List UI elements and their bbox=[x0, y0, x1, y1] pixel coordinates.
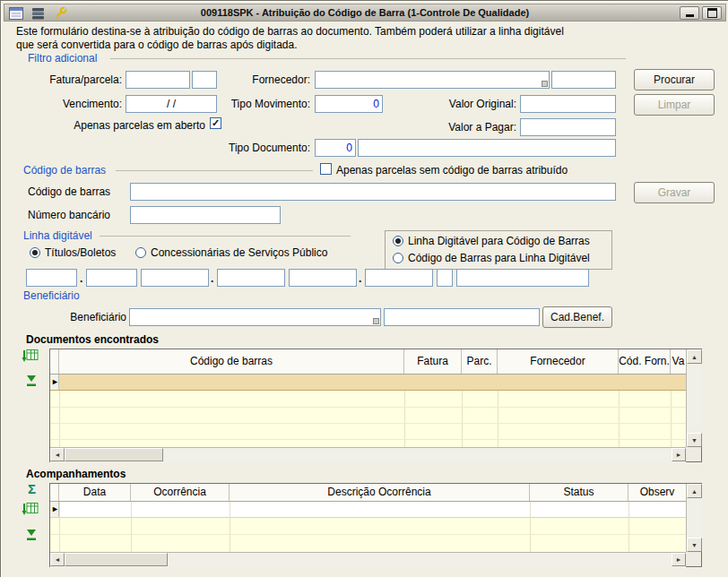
horizontal-scrollbar[interactable]: ◄ ► bbox=[50, 447, 686, 462]
column-header[interactable]: Status bbox=[530, 484, 628, 501]
linha-field-3[interactable] bbox=[141, 269, 209, 287]
linha-field-8[interactable] bbox=[456, 269, 589, 287]
fornecedor-input[interactable] bbox=[315, 71, 550, 89]
sum-icon[interactable]: Σ bbox=[28, 481, 36, 496]
codigo-para-linha-radio[interactable] bbox=[393, 253, 403, 263]
form-description-line1: Este formulário destina-se à atribuição … bbox=[16, 25, 564, 38]
valor-original-label: Valor Original: bbox=[412, 98, 516, 110]
beneficiario-desc-input[interactable] bbox=[384, 308, 540, 326]
codigo-barras-input[interactable] bbox=[130, 183, 616, 201]
grid-line bbox=[59, 502, 60, 552]
grid-arrow-icon[interactable] bbox=[22, 349, 39, 367]
linha-field-6[interactable] bbox=[365, 269, 433, 287]
apenas-abertas-checkbox[interactable]: ✓ bbox=[210, 117, 221, 129]
current-table-row[interactable]: ► bbox=[50, 502, 686, 518]
column-header[interactable]: Va bbox=[671, 349, 686, 374]
beneficiario-input[interactable] bbox=[129, 308, 381, 326]
cad-benef-button[interactable]: Cad.Benef. bbox=[542, 306, 612, 328]
horizontal-scrollbar[interactable]: ◄ ► bbox=[50, 552, 686, 567]
acompanhamentos-table: Data Ocorrência Descrição Ocorrência Sta… bbox=[49, 483, 702, 567]
linha-field-5[interactable] bbox=[289, 269, 357, 287]
row-marker-cell: ► bbox=[50, 375, 59, 390]
goto-last-icon[interactable] bbox=[24, 528, 39, 545]
sem-codigo-checkbox[interactable] bbox=[320, 163, 332, 175]
cascade-icon[interactable] bbox=[31, 7, 45, 22]
vencimento-input[interactable] bbox=[126, 95, 217, 113]
grid-line bbox=[131, 502, 132, 552]
scroll-down-button[interactable]: ▼ bbox=[687, 433, 702, 447]
down-arrow-icon: ▼ bbox=[691, 437, 698, 444]
tipo-documento-label: Tipo Documento: bbox=[205, 142, 310, 154]
section-codigo-barras: Código de barras bbox=[23, 164, 106, 177]
lookup-grip-icon[interactable] bbox=[542, 81, 548, 87]
scroll-right-button[interactable]: ► bbox=[672, 448, 686, 461]
row-marker-header bbox=[50, 484, 59, 501]
linha-field-4[interactable] bbox=[217, 269, 285, 287]
conversao-groupbox: Linha Digitável para Código de Barras Có… bbox=[385, 230, 612, 270]
column-header[interactable]: Fornecedor bbox=[498, 349, 619, 374]
wrench-icon[interactable] bbox=[53, 6, 67, 23]
scroll-down-button[interactable]: ▼ bbox=[687, 538, 702, 552]
lookup-grip-icon[interactable] bbox=[373, 318, 379, 324]
vertical-scrollbar[interactable]: ▲ ▼ bbox=[686, 484, 702, 552]
linha-field-1[interactable] bbox=[26, 269, 77, 287]
linha-para-codigo-radio[interactable] bbox=[393, 236, 403, 246]
goto-last-icon[interactable] bbox=[24, 374, 39, 391]
fatura-input[interactable] bbox=[126, 71, 190, 89]
grid-arrow-icon[interactable] bbox=[22, 502, 39, 521]
linha-field-2[interactable] bbox=[86, 269, 137, 287]
scroll-right-button[interactable]: ► bbox=[672, 553, 686, 566]
row-marker-icon: ► bbox=[51, 504, 59, 513]
sem-codigo-label: Apenas parcelas sem código de barras atr… bbox=[336, 164, 568, 177]
right-arrow-icon: ► bbox=[676, 452, 682, 458]
scroll-left-button[interactable]: ◄ bbox=[50, 553, 65, 566]
grid-line bbox=[50, 439, 686, 440]
codigo-barras-label: Código de barras bbox=[28, 185, 110, 198]
left-arrow-icon: ◄ bbox=[55, 556, 61, 563]
procurar-button[interactable]: Procurar bbox=[634, 69, 715, 90]
up-arrow-icon: ▲ bbox=[691, 488, 698, 495]
scroll-left-button[interactable]: ◄ bbox=[50, 448, 65, 461]
tipo-documento-desc-input[interactable] bbox=[358, 139, 616, 157]
column-header[interactable]: Parc. bbox=[462, 349, 498, 374]
column-header[interactable]: Fatura bbox=[404, 349, 462, 374]
column-header[interactable]: Cód. Forn. bbox=[619, 349, 671, 374]
column-header[interactable]: Código de barras bbox=[59, 349, 404, 374]
linha-field-7[interactable] bbox=[437, 269, 453, 287]
scrollbar-corner bbox=[686, 552, 701, 566]
fornecedor-code-input[interactable] bbox=[551, 71, 616, 89]
maximize-button[interactable] bbox=[702, 6, 722, 20]
section-divider bbox=[110, 58, 626, 59]
scrollbar-thumb[interactable] bbox=[65, 553, 168, 566]
tipo-documento-input[interactable] bbox=[315, 139, 356, 157]
column-header[interactable]: Observ bbox=[628, 484, 686, 501]
minimize-button[interactable] bbox=[680, 6, 699, 20]
concessionarias-radio[interactable] bbox=[135, 247, 146, 258]
vencimento-label: Vencimento: bbox=[17, 98, 122, 110]
column-header[interactable]: Data bbox=[59, 484, 131, 501]
scroll-up-button[interactable]: ▲ bbox=[687, 349, 702, 364]
title-bar[interactable]: 009118SPK - Atribuição do Código de Barr… bbox=[4, 4, 726, 22]
right-arrow-icon: ► bbox=[676, 556, 682, 563]
row-marker-icon: ► bbox=[51, 377, 59, 386]
linha-separator: . bbox=[359, 272, 361, 285]
scrollbar-thumb[interactable] bbox=[65, 448, 163, 461]
section-filtro-adicional: Filtro adicional bbox=[28, 52, 97, 65]
form-icon[interactable] bbox=[9, 7, 23, 22]
titulos-radio[interactable] bbox=[30, 247, 40, 258]
row-marker-cell: ► bbox=[50, 502, 59, 517]
limpar-button[interactable]: Limpar bbox=[634, 94, 715, 116]
documentos-header-row: Código de barras Fatura Parc. Fornecedor… bbox=[50, 349, 686, 375]
selected-table-row[interactable]: ► bbox=[50, 375, 686, 391]
column-header[interactable]: Descrição Ocorrência bbox=[230, 484, 530, 501]
minimize-icon bbox=[686, 14, 694, 17]
valor-original-input[interactable] bbox=[520, 95, 616, 113]
numero-bancario-input[interactable] bbox=[130, 206, 281, 224]
scroll-up-button[interactable]: ▲ bbox=[687, 484, 702, 498]
column-header[interactable]: Ocorrência bbox=[131, 484, 230, 501]
vertical-scrollbar[interactable]: ▲ ▼ bbox=[686, 349, 702, 447]
tipo-movimento-input[interactable] bbox=[315, 95, 383, 113]
grid-line bbox=[230, 502, 230, 552]
gravar-button[interactable]: Gravar bbox=[634, 182, 715, 203]
valor-a-pagar-input[interactable] bbox=[520, 118, 616, 136]
